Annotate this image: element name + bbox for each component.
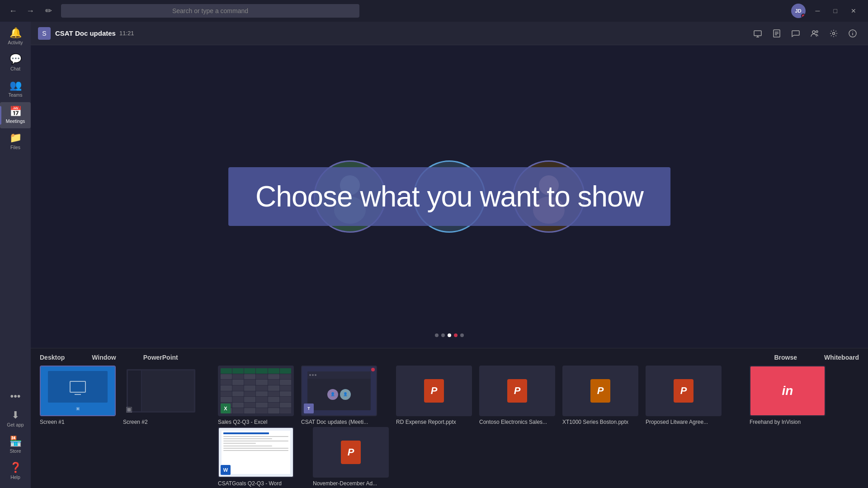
sidebar-item-teams[interactable]: 👥 Teams [0, 76, 31, 102]
overlay-banner: Choose what you want to show [228, 167, 670, 226]
category-powerpoint[interactable]: PowerPoint [143, 354, 178, 361]
sidebar-label-teams: Teams [9, 92, 23, 98]
share-item-screen2[interactable]: ▣ Screen #2 [123, 366, 199, 425]
meetings-icon: 📅 [9, 107, 22, 117]
share-panel-header: Desktop Window PowerPoint Browse Whitebo… [31, 348, 868, 361]
share-item-sales-excel[interactable]: X Sales Q2-Q3 - Excel [218, 366, 294, 425]
xt1000-label: XT1000 Series Boston.pptx [562, 419, 628, 425]
dot-1 [435, 333, 439, 337]
participants-btn[interactable] [807, 26, 823, 41]
conversation-btn[interactable] [788, 26, 804, 41]
forward-button[interactable]: → [23, 5, 38, 18]
sidebar-label-store: Store [9, 448, 21, 454]
back-button[interactable]: ← [5, 5, 21, 18]
sidebar-label-files: Files [10, 145, 20, 150]
dot-4 [460, 333, 464, 337]
search-input[interactable] [61, 4, 359, 18]
category-window[interactable]: Window [92, 354, 116, 361]
share-item-screen1[interactable]: ▣ Screen #1 [40, 366, 116, 425]
meeting-icon: S [38, 27, 51, 40]
svg-rect-0 [754, 31, 761, 36]
chat-icon: 💬 [9, 54, 22, 64]
content-area: S CSAT Doc updates 11:21 [31, 22, 868, 488]
csat-goals-thumbnail: W [218, 427, 294, 478]
sidebar-item-more[interactable]: ••• [0, 387, 31, 406]
getapp-icon: ⬇ [11, 410, 19, 420]
litware-label: Proposed Litware Agree... [646, 419, 708, 425]
sidebar: 🔔 Activity 💬 Chat 👥 Teams 📅 Meetings 📁 F… [0, 22, 31, 488]
screen1-thumbnail: ▣ [40, 366, 116, 416]
sidebar-label-chat: Chat [10, 66, 20, 71]
ppt-icon-litware [674, 379, 693, 403]
share-item-rd-expense[interactable]: RD Expense Report.pptx [396, 366, 472, 425]
nov-dec-thumbnail [313, 427, 389, 478]
ppt-icon-nov-dec [341, 441, 361, 464]
nov-dec-label: November-December Ad... [313, 480, 377, 487]
sidebar-item-store[interactable]: 🏪 Store [0, 432, 31, 458]
csat-meeting-label: CSAT Doc updates (Meeti... [301, 419, 368, 425]
excel-badge: X [221, 404, 231, 413]
titlebar-right: JD ─ □ ✕ [791, 4, 863, 18]
sales-excel-label: Sales Q2-Q3 - Excel [218, 419, 267, 425]
dot-2 [441, 333, 445, 337]
meeting-notes-btn[interactable] [769, 26, 785, 41]
share-screen-btn[interactable] [750, 26, 766, 41]
sidebar-item-chat[interactable]: 💬 Chat [0, 50, 31, 76]
rd-expense-thumbnail [396, 366, 472, 416]
invision-thumb: in [750, 366, 825, 415]
ppt-icon-contoso [507, 379, 527, 403]
sidebar-item-help[interactable]: ❓ Help [0, 458, 31, 484]
share-item-contoso[interactable]: Contoso Electronics Sales... [479, 366, 555, 425]
category-whiteboard[interactable]: Whiteboard [824, 354, 859, 361]
sidebar-item-activity[interactable]: 🔔 Activity [0, 23, 31, 50]
store-icon: 🏪 [9, 436, 22, 446]
compose-button[interactable]: ✏ [42, 4, 56, 18]
share-item-freehand[interactable]: in Freehand by InVision [750, 366, 826, 425]
help-icon: ❓ [9, 463, 22, 473]
dot-3 [448, 333, 451, 337]
close-button[interactable]: ✕ [844, 5, 863, 17]
share-panel: Desktop Window PowerPoint Browse Whitebo… [31, 348, 868, 488]
sidebar-item-files[interactable]: 📁 Files [0, 128, 31, 155]
settings-btn[interactable] [826, 26, 842, 41]
freehand-label: Freehand by InVision [750, 419, 801, 425]
category-browse[interactable]: Browse [774, 354, 797, 361]
share-item-nov-dec[interactable]: November-December Ad... [313, 427, 389, 487]
word-badge: W [221, 465, 231, 475]
window-controls: ─ □ ✕ [809, 5, 863, 17]
csat-goals-label: CSATGoals Q2-Q3 - Word [218, 480, 282, 487]
info-btn[interactable] [844, 26, 861, 41]
share-item-xt1000[interactable]: XT1000 Series Boston.pptx [562, 366, 638, 425]
meeting-header: S CSAT Doc updates 11:21 [31, 22, 868, 45]
meeting-header-actions [750, 26, 861, 41]
sidebar-item-getapp[interactable]: ⬇ Get app [0, 406, 31, 432]
overlay-banner-text: Choose what you want to show [255, 180, 643, 213]
share-item-csat-meeting[interactable]: 👤 👤 T CSAT Doc updates (Meeti... [301, 366, 377, 425]
dot-red [454, 333, 458, 337]
share-item-csat-goals[interactable]: W CSATGoals Q2-Q3 - Word [218, 427, 294, 487]
red-dot [371, 368, 375, 371]
files-icon: 📁 [9, 133, 22, 143]
sidebar-item-meetings[interactable]: 📅 Meetings [0, 102, 31, 128]
meeting-title: CSAT Doc updates [55, 29, 116, 37]
sidebar-label-activity: Activity [8, 40, 23, 45]
avatar[interactable]: JD [791, 4, 806, 18]
category-desktop[interactable]: Desktop [40, 354, 65, 361]
share-items-scroll: ▣ Screen #1 ▣ [31, 361, 868, 427]
freehand-thumbnail: in [750, 366, 826, 416]
share-items-scroll-2: W CSATGoals Q2-Q3 - Word November-Decemb… [31, 427, 868, 488]
screen1-label: Screen #1 [40, 419, 65, 425]
svg-point-6 [816, 31, 818, 33]
more-icon: ••• [10, 391, 20, 401]
csat-meeting-thumbnail: 👤 👤 T [301, 366, 377, 416]
maximize-button[interactable]: □ [827, 5, 844, 17]
contoso-thumbnail [479, 366, 555, 416]
dots-row [435, 332, 464, 339]
share-item-litware[interactable]: Proposed Litware Agree... [646, 366, 722, 425]
litware-thumbnail [646, 366, 722, 416]
sidebar-label-help: Help [10, 474, 20, 480]
ppt-icon-xt1000 [590, 379, 610, 403]
sales-excel-thumbnail: X [218, 366, 294, 416]
minimize-button[interactable]: ─ [809, 5, 826, 17]
titlebar: ← → ✏ JD ─ □ ✕ [0, 0, 868, 22]
